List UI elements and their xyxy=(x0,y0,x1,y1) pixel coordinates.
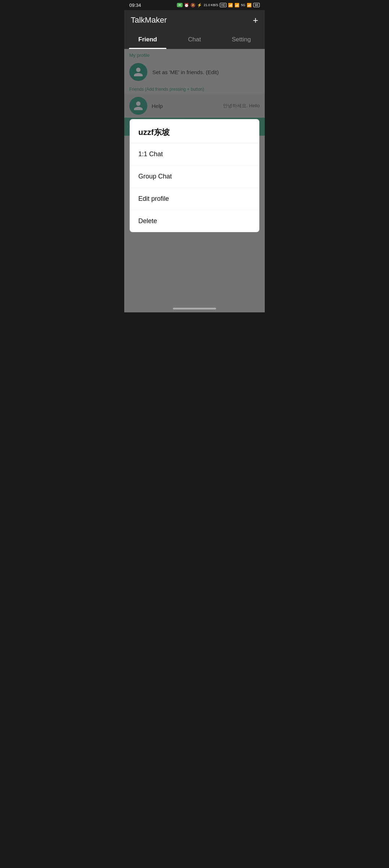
tab-chat[interactable]: Chat xyxy=(171,30,218,49)
signal2-icon: 📶 xyxy=(247,3,252,8)
menu-item-delete[interactable]: Delete xyxy=(130,210,259,232)
app-title: TalkMaker xyxy=(131,15,167,25)
5g-icon: 5G xyxy=(241,3,245,7)
message-notification-icon: ✉ xyxy=(177,3,183,7)
home-indicator xyxy=(173,308,216,309)
bluetooth-icon: ⚡ xyxy=(197,3,202,8)
tab-bar: Friend Chat Setting xyxy=(124,30,265,49)
tab-setting-label: Setting xyxy=(232,36,251,43)
signal-icon: 📶 xyxy=(234,3,240,8)
status-icons: ✉ ⏰ 🔕 ⚡ 21.0 KB/S HD 📶 📶 5G 📶 98 xyxy=(177,3,260,8)
main-content: My profile Set as 'ME' in friends. (Edit… xyxy=(124,49,265,312)
app-bar: TalkMaker + xyxy=(124,10,265,30)
tab-chat-label: Chat xyxy=(188,36,201,43)
context-menu-header: uzzf东坡 xyxy=(130,119,259,143)
wifi-icon: 📶 xyxy=(228,3,233,8)
menu-item-edit-profile[interactable]: Edit profile xyxy=(130,188,259,210)
tab-friend[interactable]: Friend xyxy=(124,30,171,49)
tab-friend-label: Friend xyxy=(138,36,157,43)
alarm-icon: ⏰ xyxy=(184,3,189,8)
battery-indicator: 98 xyxy=(253,3,260,7)
context-menu: uzzf东坡 1:1 Chat Group Chat Edit profile … xyxy=(130,119,259,232)
menu-item-group-chat[interactable]: Group Chat xyxy=(130,166,259,188)
status-time: 09:34 xyxy=(129,3,141,8)
add-button[interactable]: + xyxy=(253,15,258,25)
status-bar: 09:34 ✉ ⏰ 🔕 ⚡ 21.0 KB/S HD 📶 📶 5G 📶 98 xyxy=(124,0,265,10)
menu-item-one-to-one-chat[interactable]: 1:1 Chat xyxy=(130,143,259,166)
data-speed: 21.0 KB/S xyxy=(204,3,218,7)
hd-badge: HD xyxy=(220,3,227,7)
mute-icon: 🔕 xyxy=(191,3,196,8)
tab-setting[interactable]: Setting xyxy=(218,30,265,49)
